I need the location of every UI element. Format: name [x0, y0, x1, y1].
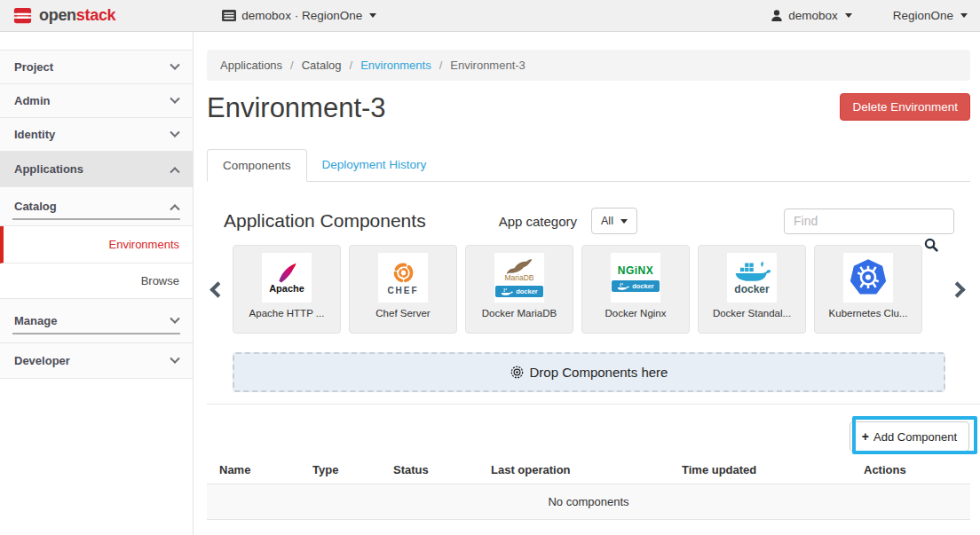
- breadcrumb-catalog[interactable]: Catalog: [302, 59, 342, 72]
- drop-components-zone[interactable]: Drop Components here: [233, 352, 945, 392]
- component-card-apache[interactable]: Apache Apache HTTP ...: [233, 245, 341, 334]
- app-category-dropdown[interactable]: All: [591, 208, 637, 234]
- dropzone-text: Drop Components here: [530, 365, 668, 380]
- search-icon[interactable]: [924, 238, 938, 252]
- sidebar-nav: Project Admin Identity Applications Cata…: [0, 32, 194, 535]
- plus-icon: +: [862, 429, 869, 444]
- docker-badge: docker: [495, 286, 543, 297]
- col-status: Status: [381, 460, 478, 484]
- components-table: Name Type Status Last operation Time upd…: [207, 460, 970, 520]
- docker-badge: docker: [612, 280, 660, 292]
- tab-bar: Components Deployment History: [207, 149, 970, 182]
- page-title: Environment-3: [207, 93, 386, 123]
- app-category-label: App category: [499, 214, 577, 229]
- sidebar-item-developer[interactable]: Developer: [0, 343, 193, 379]
- sidebar-item-project[interactable]: Project: [0, 51, 193, 84]
- top-navbar: openstack demobox · RegionOne demobox Re…: [0, 0, 980, 32]
- col-type: Type: [300, 460, 381, 484]
- mariadb-docker-logo-icon: MariaDB docker: [494, 253, 544, 303]
- sidebar-item-browse[interactable]: Browse: [0, 264, 193, 299]
- table-header-row: Name Type Status Last operation Time upd…: [207, 460, 970, 484]
- empty-message: No components: [207, 484, 970, 520]
- sidebar-item-catalog[interactable]: Catalog: [0, 187, 193, 226]
- caret-down-icon: [960, 13, 968, 18]
- chevron-up-icon: [170, 167, 179, 177]
- breadcrumb-environments-link[interactable]: Environments: [360, 59, 431, 72]
- kubernetes-logo-icon: [843, 253, 893, 303]
- delete-environment-button[interactable]: Delete Environment: [840, 93, 970, 121]
- component-card-docker-mariadb[interactable]: MariaDB docker Docker MariaDB: [465, 245, 573, 334]
- chevron-down-icon: [170, 127, 179, 137]
- chef-logo-icon: CHEF: [378, 253, 428, 303]
- breadcrumb: Applications / Catalog / Environments / …: [207, 50, 970, 81]
- col-name: Name: [207, 460, 300, 484]
- component-card-docker-standalone[interactable]: docker Docker Standal...: [698, 245, 806, 334]
- context-label: demobox · RegionOne: [241, 9, 362, 22]
- main-content: Applications / Catalog / Environments / …: [194, 32, 980, 535]
- breadcrumb-current: Environment-3: [450, 59, 526, 72]
- user-menu[interactable]: demobox: [771, 9, 852, 22]
- sidebar-item-admin[interactable]: Admin: [0, 84, 193, 118]
- sidebar-item-manage[interactable]: Manage: [0, 299, 193, 343]
- project-region-switcher[interactable]: demobox · RegionOne: [222, 9, 376, 22]
- user-icon: [771, 9, 783, 22]
- project-list-icon: [222, 10, 236, 21]
- sidebar-item-identity[interactable]: Identity: [0, 118, 193, 152]
- apache-logo-icon: Apache: [262, 253, 312, 303]
- sidebar-item-applications[interactable]: Applications: [0, 152, 193, 187]
- target-icon: [510, 366, 524, 379]
- sidebar-spacer: [0, 32, 193, 51]
- brand-wordmark: openstack: [39, 6, 115, 25]
- section-divider: [207, 404, 980, 405]
- components-carousel: Apache Apache HTTP ... CHEF: [207, 245, 970, 334]
- carousel-next-icon[interactable]: [949, 281, 965, 297]
- chevron-down-icon: [170, 93, 179, 103]
- tab-components[interactable]: Components: [207, 149, 307, 182]
- docker-logo-icon: docker: [727, 253, 777, 303]
- col-time-updated: Time updated: [669, 460, 851, 484]
- component-card-docker-nginx[interactable]: NGiNX docker Docker Nginx: [581, 245, 690, 334]
- region-label: RegionOne: [893, 9, 953, 22]
- chevron-up-icon: [170, 204, 179, 214]
- user-label: demobox: [788, 9, 838, 22]
- col-last-operation: Last operation: [478, 460, 669, 484]
- component-card-chef[interactable]: CHEF Chef Server: [349, 245, 457, 334]
- component-card-kubernetes[interactable]: Kubernetes Clu...: [814, 245, 922, 334]
- breadcrumb-applications[interactable]: Applications: [220, 59, 282, 72]
- find-input[interactable]: [784, 208, 954, 234]
- caret-down-icon: [369, 13, 376, 18]
- add-component-button[interactable]: + Add Component: [850, 421, 969, 452]
- caret-down-icon: [620, 219, 628, 224]
- region-menu[interactable]: RegionOne: [893, 9, 968, 22]
- chevron-down-icon: [170, 59, 179, 69]
- carousel-prev-icon[interactable]: [209, 281, 225, 297]
- col-actions: Actions: [851, 460, 970, 484]
- chevron-down-icon: [170, 313, 179, 323]
- chevron-down-icon: [170, 353, 179, 363]
- openstack-logo-icon: [12, 5, 33, 26]
- openstack-logo[interactable]: openstack: [12, 5, 115, 26]
- empty-row: No components: [207, 484, 970, 520]
- application-components-heading: Application Components: [224, 210, 426, 232]
- nginx-docker-logo-icon: NGiNX docker: [611, 253, 660, 303]
- sidebar-item-environments[interactable]: Environments: [0, 226, 193, 264]
- caret-down-icon: [845, 13, 852, 18]
- tab-deployment-history[interactable]: Deployment History: [307, 149, 442, 181]
